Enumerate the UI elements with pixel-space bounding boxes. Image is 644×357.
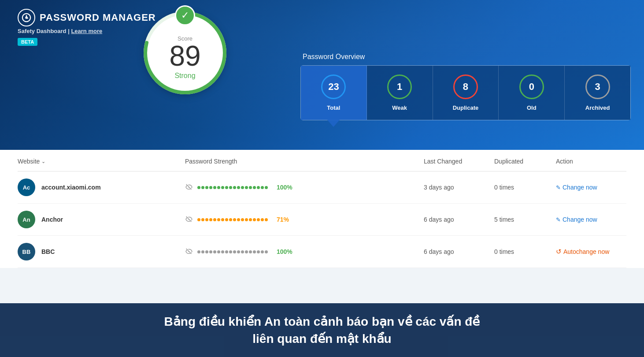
duplicated-1: 0 times xyxy=(494,184,556,191)
strength-cell-2: 71% xyxy=(185,216,424,223)
website-cell-1: Ac account.xiaomi.com xyxy=(18,178,185,196)
last-changed-3: 6 days ago xyxy=(424,248,494,255)
table-header: Website ⌄ Password Strength Last Changed… xyxy=(18,150,626,171)
svg-point-1 xyxy=(25,16,28,19)
overview-card-old[interactable]: 0 Old xyxy=(499,66,565,120)
header-section: PASSWORD MANAGER Safety Dashboard | Lear… xyxy=(0,0,644,150)
site-name-xiaomi: account.xiaomi.com xyxy=(41,184,101,191)
logo-title: PASSWORD MANAGER xyxy=(18,9,156,26)
col-last-changed: Last Changed xyxy=(424,158,494,165)
banner-line2: liên quan đến mật khẩu xyxy=(18,330,626,347)
avatar-anchor: An xyxy=(18,211,35,228)
last-changed-2: 6 days ago xyxy=(424,216,494,223)
overview-section: Password Overview 23 Total 1 Weak 8 Dupl… xyxy=(300,53,631,120)
last-changed-1: 3 days ago xyxy=(424,184,494,191)
circle-total: 23 xyxy=(321,74,346,99)
card-label-total: Total xyxy=(327,104,340,111)
circle-weak: 1 xyxy=(387,74,412,99)
strength-cell-3: 100% xyxy=(185,248,424,256)
avatar-bbc: BB xyxy=(18,243,35,260)
circle-duplicate: 8 xyxy=(453,74,478,99)
change-now-1[interactable]: ✎ Change now xyxy=(556,184,626,191)
duplicated-3: 0 times xyxy=(494,248,556,255)
eye-slash-icon-1 xyxy=(185,183,193,191)
col-action: Action xyxy=(556,158,626,165)
circle-archived: 3 xyxy=(585,74,610,99)
avatar-xiaomi: Ac xyxy=(18,178,35,196)
logo-icon xyxy=(18,9,35,26)
app-title: PASSWORD MANAGER xyxy=(40,12,156,23)
eye-slash-icon-3 xyxy=(185,248,193,256)
score-check-icon: ✓ xyxy=(175,5,195,26)
strength-pct-2: 71% xyxy=(277,216,289,223)
col-duplicated: Duplicated xyxy=(494,158,556,165)
sort-icon: ⌄ xyxy=(41,159,45,164)
overview-card-archived[interactable]: 3 Archived xyxy=(565,66,630,120)
card-label-weak: Weak xyxy=(392,104,407,111)
bottom-banner: Bảng điều khiển An toàn cảnh báo bạn về … xyxy=(0,303,644,357)
card-label-duplicate: Duplicate xyxy=(453,104,479,111)
eye-slash-icon-2 xyxy=(185,216,193,223)
strength-pct-3: 100% xyxy=(277,248,292,255)
autochange-now-3[interactable]: ↺ Autochange now xyxy=(556,248,626,256)
card-label-old: Old xyxy=(527,104,537,111)
col-strength: Password Strength xyxy=(185,158,424,165)
logo-section: PASSWORD MANAGER Safety Dashboard | Lear… xyxy=(18,9,156,46)
learn-more-link[interactable]: Learn more xyxy=(71,28,102,34)
password-dots-1 xyxy=(197,186,268,189)
col-website[interactable]: Website ⌄ xyxy=(18,158,185,165)
change-icon-1: ✎ xyxy=(556,184,561,191)
overview-card-weak[interactable]: 1 Weak xyxy=(367,66,433,120)
website-cell-3: BB BBC xyxy=(18,243,185,260)
site-name-bbc: BBC xyxy=(41,248,55,255)
overview-title: Password Overview xyxy=(300,53,631,61)
beta-badge: BETA xyxy=(18,38,37,46)
password-dots-2 xyxy=(197,218,268,221)
overview-card-total[interactable]: 23 Total xyxy=(301,66,367,120)
score-section: ✓ Score 89 Strong xyxy=(145,13,225,93)
card-label-archived: Archived xyxy=(585,104,610,111)
duplicated-2: 5 times xyxy=(494,216,556,223)
logo-subtitle: Safety Dashboard | Learn more xyxy=(18,28,156,34)
overview-card-duplicate[interactable]: 8 Duplicate xyxy=(433,66,499,120)
circle-old: 0 xyxy=(519,74,544,99)
table-section: Website ⌄ Password Strength Last Changed… xyxy=(0,150,644,268)
site-name-anchor: Anchor xyxy=(41,216,63,223)
autochange-icon-3: ↺ xyxy=(556,248,562,256)
strength-cell-1: 100% xyxy=(185,183,424,191)
change-now-2[interactable]: ✎ Change now xyxy=(556,216,626,223)
change-icon-2: ✎ xyxy=(556,216,561,223)
website-cell-2: An Anchor xyxy=(18,211,185,228)
table-row: Ac account.xiaomi.com 100% 3 days ago 0 … xyxy=(18,171,626,204)
table-row: An Anchor 71% 6 days ago 5 times ✎ Chang… xyxy=(18,204,626,236)
password-dots-3 xyxy=(197,250,268,253)
overview-cards: 23 Total 1 Weak 8 Duplicate 0 Old 3 Arch… xyxy=(300,65,631,120)
strength-pct-1: 100% xyxy=(277,184,292,191)
table-row: BB BBC 100% 6 days ago 0 times ↺ Autocha… xyxy=(18,236,626,268)
banner-line1: Bảng điều khiển An toàn cảnh báo bạn về … xyxy=(18,313,626,330)
